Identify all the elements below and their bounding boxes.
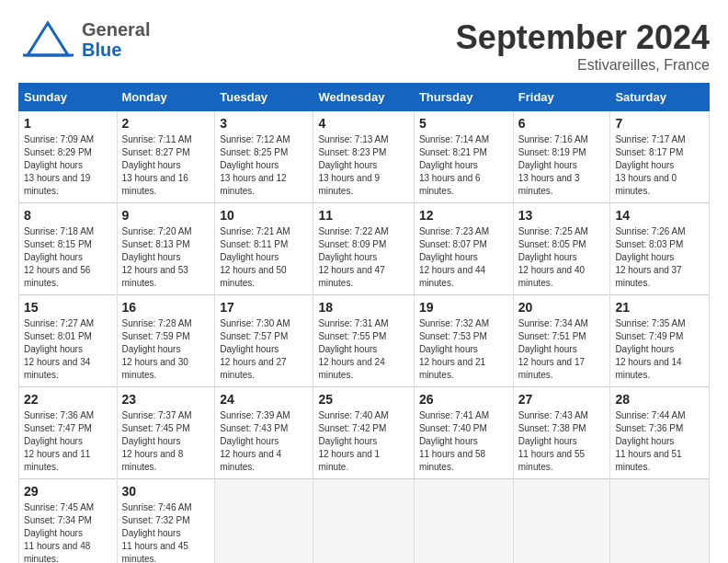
col-thursday: Thursday <box>414 84 513 111</box>
day-info: Sunrise: 7:11 AM Sunset: 8:27 PM Dayligh… <box>122 133 210 198</box>
day-info: Sunrise: 7:09 AM Sunset: 8:29 PM Dayligh… <box>24 133 112 198</box>
calendar-cell: 19 Sunrise: 7:32 AM Sunset: 7:53 PM Dayl… <box>414 295 513 387</box>
day-number: 30 <box>122 484 210 499</box>
day-info: Sunrise: 7:31 AM Sunset: 7:55 PM Dayligh… <box>318 317 408 382</box>
day-info: Sunrise: 7:22 AM Sunset: 8:09 PM Dayligh… <box>318 225 408 290</box>
day-number: 2 <box>122 116 210 131</box>
svg-marker-0 <box>28 23 68 55</box>
day-info: Sunrise: 7:16 AM Sunset: 8:19 PM Dayligh… <box>518 133 606 198</box>
calendar-cell: 28 Sunrise: 7:44 AM Sunset: 7:36 PM Dayl… <box>610 387 710 479</box>
day-number: 21 <box>615 300 704 315</box>
calendar-cell <box>313 479 414 564</box>
week-row-2: 8 Sunrise: 7:18 AM Sunset: 8:15 PM Dayli… <box>19 203 710 295</box>
day-info: Sunrise: 7:27 AM Sunset: 8:01 PM Dayligh… <box>24 317 112 382</box>
day-info: Sunrise: 7:32 AM Sunset: 7:53 PM Dayligh… <box>419 317 508 382</box>
calendar-cell <box>513 479 610 564</box>
calendar-cell: 3 Sunrise: 7:12 AM Sunset: 8:25 PM Dayli… <box>215 111 313 203</box>
week-row-4: 22 Sunrise: 7:36 AM Sunset: 7:47 PM Dayl… <box>19 387 710 479</box>
day-number: 6 <box>518 116 606 131</box>
day-info: Sunrise: 7:40 AM Sunset: 7:42 PM Dayligh… <box>318 409 408 474</box>
calendar-cell: 25 Sunrise: 7:40 AM Sunset: 7:42 PM Dayl… <box>313 387 414 479</box>
day-number: 23 <box>122 392 210 407</box>
day-info: Sunrise: 7:45 AM Sunset: 7:34 PM Dayligh… <box>24 501 112 563</box>
col-wednesday: Wednesday <box>313 84 414 111</box>
day-info: Sunrise: 7:12 AM Sunset: 8:25 PM Dayligh… <box>220 133 308 198</box>
day-info: Sunrise: 7:26 AM Sunset: 8:03 PM Dayligh… <box>615 225 704 290</box>
day-info: Sunrise: 7:18 AM Sunset: 8:15 PM Dayligh… <box>24 225 112 290</box>
calendar-cell: 15 Sunrise: 7:27 AM Sunset: 8:01 PM Dayl… <box>19 295 118 387</box>
day-number: 12 <box>419 208 508 223</box>
day-number: 19 <box>419 300 508 315</box>
day-number: 1 <box>24 116 112 131</box>
day-number: 14 <box>615 208 704 223</box>
day-number: 16 <box>122 300 210 315</box>
day-number: 17 <box>220 300 308 315</box>
calendar-cell: 7 Sunrise: 7:17 AM Sunset: 8:17 PM Dayli… <box>610 111 710 203</box>
day-number: 27 <box>518 392 606 407</box>
day-number: 20 <box>518 300 606 315</box>
day-number: 7 <box>615 116 704 131</box>
day-info: Sunrise: 7:44 AM Sunset: 7:36 PM Dayligh… <box>615 409 704 474</box>
day-info: Sunrise: 7:23 AM Sunset: 8:07 PM Dayligh… <box>419 225 508 290</box>
calendar-cell: 5 Sunrise: 7:14 AM Sunset: 8:21 PM Dayli… <box>414 111 513 203</box>
calendar-cell: 6 Sunrise: 7:16 AM Sunset: 8:19 PM Dayli… <box>513 111 610 203</box>
calendar-table: Sunday Monday Tuesday Wednesday Thursday… <box>18 83 710 563</box>
location: Estivareilles, France <box>456 57 710 74</box>
header-row: Sunday Monday Tuesday Wednesday Thursday… <box>19 84 710 111</box>
col-friday: Friday <box>513 84 610 111</box>
day-info: Sunrise: 7:14 AM Sunset: 8:21 PM Dayligh… <box>419 133 508 198</box>
day-info: Sunrise: 7:17 AM Sunset: 8:17 PM Dayligh… <box>615 133 704 198</box>
calendar-cell: 27 Sunrise: 7:43 AM Sunset: 7:38 PM Dayl… <box>513 387 610 479</box>
day-number: 4 <box>318 116 408 131</box>
calendar-cell: 23 Sunrise: 7:37 AM Sunset: 7:45 PM Dayl… <box>117 387 215 479</box>
calendar-cell: 29 Sunrise: 7:45 AM Sunset: 7:34 PM Dayl… <box>19 479 118 564</box>
day-number: 13 <box>518 208 606 223</box>
calendar-cell: 14 Sunrise: 7:26 AM Sunset: 8:03 PM Dayl… <box>610 203 710 295</box>
calendar-cell: 8 Sunrise: 7:18 AM Sunset: 8:15 PM Dayli… <box>19 203 118 295</box>
day-info: Sunrise: 7:28 AM Sunset: 7:59 PM Dayligh… <box>122 317 210 382</box>
day-info: Sunrise: 7:39 AM Sunset: 7:43 PM Dayligh… <box>220 409 308 474</box>
calendar-cell: 10 Sunrise: 7:21 AM Sunset: 8:11 PM Dayl… <box>215 203 313 295</box>
day-number: 24 <box>220 392 308 407</box>
day-number: 28 <box>615 392 704 407</box>
day-number: 29 <box>24 484 112 499</box>
title-block: September 2024 Estivareilles, France <box>456 18 710 74</box>
calendar-cell: 16 Sunrise: 7:28 AM Sunset: 7:59 PM Dayl… <box>117 295 215 387</box>
logo: General Blue <box>18 18 150 60</box>
day-info: Sunrise: 7:20 AM Sunset: 8:13 PM Dayligh… <box>122 225 210 290</box>
calendar-cell: 11 Sunrise: 7:22 AM Sunset: 8:09 PM Dayl… <box>313 203 414 295</box>
calendar-cell: 30 Sunrise: 7:46 AM Sunset: 7:32 PM Dayl… <box>117 479 215 564</box>
day-info: Sunrise: 7:34 AM Sunset: 7:51 PM Dayligh… <box>518 317 606 382</box>
day-info: Sunrise: 7:21 AM Sunset: 8:11 PM Dayligh… <box>220 225 308 290</box>
day-number: 22 <box>24 392 112 407</box>
logo-text-blue: Blue <box>82 40 150 60</box>
day-info: Sunrise: 7:35 AM Sunset: 7:49 PM Dayligh… <box>615 317 704 382</box>
day-number: 8 <box>24 208 112 223</box>
calendar-cell: 26 Sunrise: 7:41 AM Sunset: 7:40 PM Dayl… <box>414 387 513 479</box>
day-number: 3 <box>220 116 308 131</box>
calendar-cell <box>414 479 513 564</box>
day-number: 15 <box>24 300 112 315</box>
day-number: 9 <box>122 208 210 223</box>
calendar-cell: 4 Sunrise: 7:13 AM Sunset: 8:23 PM Dayli… <box>313 111 414 203</box>
calendar-cell: 17 Sunrise: 7:30 AM Sunset: 7:57 PM Dayl… <box>215 295 313 387</box>
calendar-cell: 2 Sunrise: 7:11 AM Sunset: 8:27 PM Dayli… <box>117 111 215 203</box>
day-number: 25 <box>318 392 408 407</box>
col-monday: Monday <box>117 84 215 111</box>
day-number: 10 <box>220 208 308 223</box>
calendar-cell: 18 Sunrise: 7:31 AM Sunset: 7:55 PM Dayl… <box>313 295 414 387</box>
logo-text-general: General <box>82 19 150 40</box>
week-row-3: 15 Sunrise: 7:27 AM Sunset: 8:01 PM Dayl… <box>19 295 710 387</box>
calendar-cell: 13 Sunrise: 7:25 AM Sunset: 8:05 PM Dayl… <box>513 203 610 295</box>
day-info: Sunrise: 7:36 AM Sunset: 7:47 PM Dayligh… <box>24 409 112 474</box>
day-info: Sunrise: 7:46 AM Sunset: 7:32 PM Dayligh… <box>122 501 210 563</box>
calendar-cell: 9 Sunrise: 7:20 AM Sunset: 8:13 PM Dayli… <box>117 203 215 295</box>
calendar-cell: 12 Sunrise: 7:23 AM Sunset: 8:07 PM Dayl… <box>414 203 513 295</box>
day-info: Sunrise: 7:13 AM Sunset: 8:23 PM Dayligh… <box>318 133 408 198</box>
calendar-cell: 24 Sunrise: 7:39 AM Sunset: 7:43 PM Dayl… <box>215 387 313 479</box>
day-number: 18 <box>318 300 408 315</box>
day-info: Sunrise: 7:43 AM Sunset: 7:38 PM Dayligh… <box>518 409 606 474</box>
col-sunday: Sunday <box>19 84 118 111</box>
day-info: Sunrise: 7:25 AM Sunset: 8:05 PM Dayligh… <box>518 225 606 290</box>
week-row-5: 29 Sunrise: 7:45 AM Sunset: 7:34 PM Dayl… <box>19 479 710 564</box>
